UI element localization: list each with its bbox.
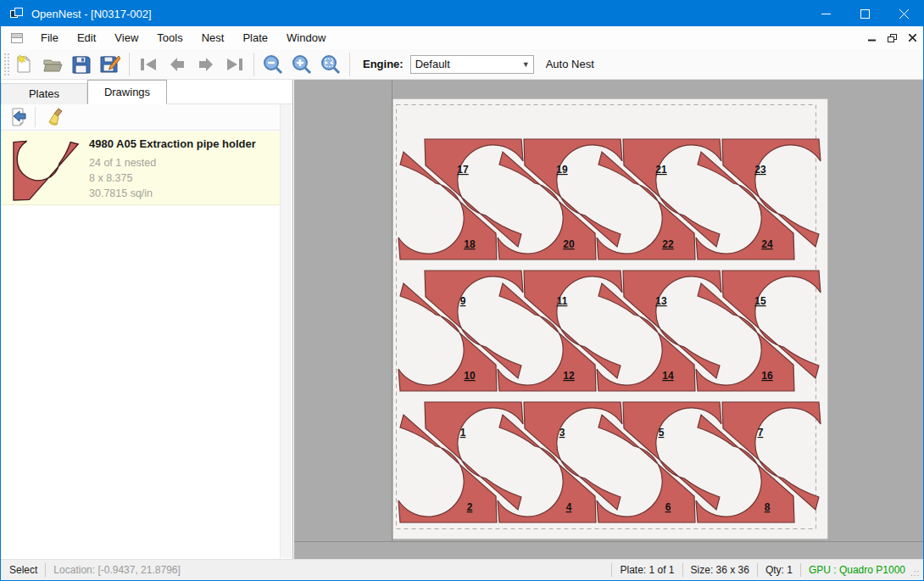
mdi-close-icon bbox=[909, 34, 916, 42]
menu-item-nest[interactable]: Nest bbox=[192, 27, 234, 48]
mdi-close-button[interactable] bbox=[909, 33, 916, 43]
chevron-down-icon[interactable]: ▼ bbox=[519, 60, 533, 69]
go-last-button[interactable] bbox=[220, 51, 249, 78]
horizontal-scrollbar[interactable] bbox=[294, 541, 923, 559]
toolbar-separator bbox=[129, 53, 130, 76]
drawing-list-item[interactable]: 4980 A05 Extraction pipe holder 24 of 1 … bbox=[1, 131, 281, 205]
go-next-icon bbox=[198, 57, 214, 72]
menu-item-plate[interactable]: Plate bbox=[233, 27, 277, 48]
plate-view[interactable]: 171819202122232491011121314151612345678 bbox=[392, 98, 828, 539]
part-label-2: 2 bbox=[467, 501, 473, 513]
close-icon bbox=[899, 9, 909, 19]
part-label-9: 9 bbox=[460, 295, 466, 307]
close-button[interactable] bbox=[884, 1, 923, 26]
maximize-button[interactable] bbox=[845, 1, 884, 26]
resize-grip[interactable]: .:: bbox=[910, 568, 921, 578]
status-mode: Select bbox=[9, 564, 37, 576]
open-file-button[interactable] bbox=[38, 51, 67, 78]
zoom-in-icon bbox=[292, 54, 312, 75]
app-icon bbox=[10, 8, 24, 20]
panel-scrollbar[interactable] bbox=[280, 104, 292, 558]
engine-label: Engine: bbox=[363, 58, 404, 70]
tab-plates[interactable]: Plates bbox=[1, 83, 87, 104]
menu-item-file[interactable]: File bbox=[31, 27, 68, 48]
zoom-in-button[interactable] bbox=[287, 51, 316, 78]
part-label-3: 3 bbox=[559, 427, 565, 439]
go-next-button[interactable] bbox=[192, 51, 220, 78]
import-drawing-icon bbox=[9, 108, 28, 126]
part-label-21: 21 bbox=[655, 164, 667, 176]
drawings-toolbar bbox=[1, 104, 292, 131]
part-thumbnail bbox=[1, 131, 89, 205]
left-panel: Plates Drawings bbox=[1, 80, 293, 559]
new-file-button[interactable] bbox=[9, 51, 38, 78]
part-label-1: 1 bbox=[460, 427, 466, 439]
drawing-title: 4980 A05 Extraction pipe holder bbox=[89, 137, 256, 150]
part-label-6: 6 bbox=[665, 501, 671, 513]
minimize-button[interactable] bbox=[806, 1, 845, 26]
tab-drawings[interactable]: Drawings bbox=[87, 80, 167, 104]
mdi-restore-button[interactable] bbox=[888, 34, 897, 42]
status-separator bbox=[800, 563, 801, 577]
mdi-minimize-icon bbox=[868, 34, 876, 42]
status-size: Size: 36 x 36 bbox=[691, 564, 749, 576]
clean-broom-button[interactable] bbox=[44, 106, 70, 129]
menu-item-tools[interactable]: Tools bbox=[148, 27, 192, 48]
part-label-17: 17 bbox=[457, 164, 469, 176]
title-bar: OpenNest - [N0317-002] bbox=[1, 1, 923, 26]
mdi-document-icon[interactable] bbox=[11, 33, 23, 43]
status-separator bbox=[757, 563, 758, 577]
app-window: OpenNest - [N0317-002] FileEditViewTools… bbox=[0, 0, 924, 581]
toolbar-separator bbox=[253, 53, 254, 76]
zoom-fit-button[interactable] bbox=[316, 51, 345, 78]
part-label-15: 15 bbox=[754, 295, 766, 307]
new-file-icon bbox=[14, 54, 33, 75]
drawing-size: 8 x 8.375 bbox=[89, 170, 256, 186]
zoom-out-button[interactable] bbox=[259, 51, 287, 78]
status-separator bbox=[611, 563, 612, 577]
part-label-20: 20 bbox=[563, 238, 575, 250]
go-previous-button[interactable] bbox=[163, 51, 192, 78]
drawing-area: 30.7815 sq/in bbox=[89, 186, 256, 201]
part-label-7: 7 bbox=[758, 427, 764, 439]
go-first-icon bbox=[139, 57, 158, 72]
part-label-22: 22 bbox=[662, 238, 674, 250]
status-qty: Qty: 1 bbox=[765, 564, 793, 576]
status-plate: Plate: 1 of 1 bbox=[620, 564, 674, 576]
go-last-icon bbox=[225, 57, 244, 72]
part-label-18: 18 bbox=[464, 238, 476, 250]
zoom-out-icon bbox=[263, 54, 283, 75]
part-label-5: 5 bbox=[659, 427, 665, 439]
import-drawing-button[interactable] bbox=[6, 106, 31, 129]
status-gpu: GPU : Quadro P1000 bbox=[809, 564, 905, 576]
maximize-icon bbox=[860, 9, 870, 19]
save-as-button[interactable] bbox=[96, 51, 125, 78]
part-label-19: 19 bbox=[556, 164, 568, 176]
mdi-minimize-button[interactable] bbox=[868, 33, 876, 43]
part-label-11: 11 bbox=[557, 295, 568, 307]
go-first-button[interactable] bbox=[134, 51, 163, 78]
part-shape-icon bbox=[14, 141, 78, 200]
auto-nest-button[interactable]: Auto Nest bbox=[546, 58, 594, 70]
engine-value: Default bbox=[411, 58, 519, 70]
save-button[interactable] bbox=[67, 51, 96, 78]
tab-strip: Plates Drawings bbox=[1, 81, 167, 104]
part-label-14: 14 bbox=[662, 370, 674, 382]
menu-bar: FileEditViewToolsNestPlateWindow bbox=[1, 26, 923, 49]
minimize-icon bbox=[821, 9, 831, 19]
go-previous-icon bbox=[169, 57, 186, 72]
content-area: Plates Drawings bbox=[1, 80, 923, 559]
engine-select[interactable]: Default ▼ bbox=[410, 55, 534, 74]
window-title: OpenNest - [N0317-002] bbox=[31, 8, 152, 20]
menu-item-window[interactable]: Window bbox=[277, 27, 335, 48]
part-label-16: 16 bbox=[761, 370, 773, 382]
zoom-fit-icon bbox=[320, 54, 341, 75]
part-label-24: 24 bbox=[761, 238, 773, 250]
drawing-nested-count: 24 of 1 nested bbox=[89, 155, 256, 170]
menu-items: FileEditViewToolsNestPlateWindow bbox=[31, 27, 335, 48]
status-separator bbox=[682, 563, 683, 577]
menu-item-edit[interactable]: Edit bbox=[68, 27, 105, 48]
main-toolbar: Engine: Default ▼ Auto Nest bbox=[1, 49, 923, 80]
nest-canvas[interactable]: 171819202122232491011121314151612345678 bbox=[294, 80, 923, 559]
menu-item-view[interactable]: View bbox=[105, 27, 148, 48]
